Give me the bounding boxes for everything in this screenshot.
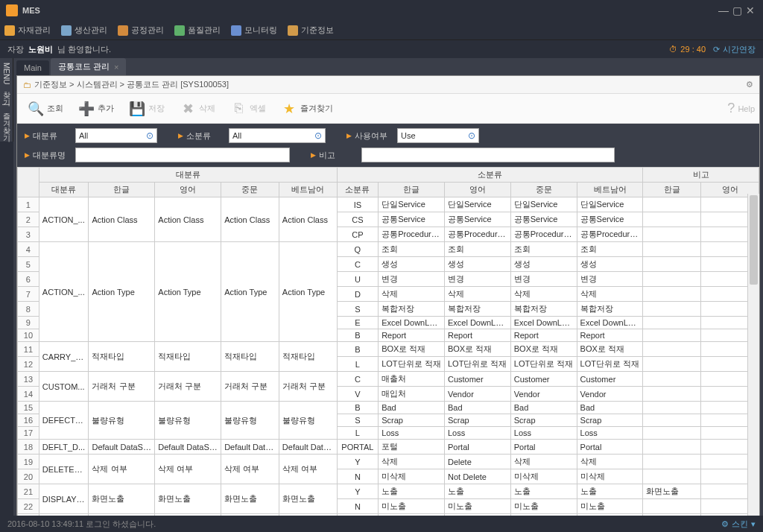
cell: 공통Procedure... (577, 227, 643, 242)
maximize-button[interactable]: ▢ (730, 4, 744, 16)
group-cell: 삭제 여부 (155, 455, 221, 484)
column-header[interactable]: 베트남어 (279, 183, 337, 197)
excel-button[interactable]: ⎘엑셀 (224, 98, 272, 120)
cell: 공통Service (510, 212, 577, 227)
gear-icon[interactable]: ⚙ (746, 80, 753, 89)
cell-subcode: Q (337, 242, 379, 257)
cell: 미노출 (577, 499, 643, 514)
column-header[interactable]: 중문 (221, 183, 279, 197)
column-header[interactable]: 영어 (444, 183, 510, 197)
cell: 포털 (379, 440, 445, 455)
cell: 복합저장 (444, 302, 510, 317)
cell-remark-ko (643, 469, 701, 484)
group-cell: 삭제 여부 (279, 455, 337, 484)
minimize-button[interactable]: — (717, 4, 730, 16)
menu-label: 생산관리 (75, 25, 107, 36)
group-cell: CARRY_T... (39, 342, 89, 372)
group-cell: 불량유형 (279, 402, 337, 440)
column-header[interactable]: 베트남어 (577, 183, 643, 197)
skin-button[interactable]: ⚙ 스킨 ▾ (721, 519, 756, 530)
close-button[interactable]: ✕ (744, 4, 757, 16)
cell-subcode: PORTAL (337, 440, 379, 455)
cell: 노출 (379, 484, 445, 499)
cell: Portal (510, 440, 577, 455)
cell: Loss (379, 427, 445, 440)
menu-icon (174, 25, 185, 36)
menu-item-1[interactable]: 생산관리 (61, 25, 107, 36)
gear-icon: ⚙ (721, 519, 729, 529)
filter-use-label: 사용여부 (355, 130, 387, 142)
filter-major-select[interactable]: All⊙ (75, 128, 157, 143)
cell-subcode: CP (337, 227, 379, 242)
help-button[interactable]: ?Help (727, 101, 755, 116)
cell: 삭제 (444, 287, 510, 302)
table-row[interactable]: 18DEFLT_D...Default DataSo...Default Dat… (18, 440, 759, 455)
cell: 미삭제 (577, 469, 643, 484)
extend-session-button[interactable]: ⟳ 시간연장 (713, 44, 756, 55)
data-grid[interactable]: 대분류 소분류 비고 대분류한글영어중문베트남어소분류한글영어중문베트남어한글영… (17, 167, 759, 532)
cell-subcode: B (337, 329, 379, 342)
filter-use-select[interactable]: Use⊙ (397, 128, 479, 143)
table-row[interactable]: 4ACTION_...Action TypeAction TypeAction … (18, 242, 759, 257)
favorite-button[interactable]: ★즐겨찾기 (275, 98, 339, 120)
search-button[interactable]: 🔍조회 (22, 98, 69, 120)
table-row[interactable]: 1ACTION_...Action ClassAction ClassActio… (18, 197, 759, 212)
menubar: 자재관리생산관리공정관리품질관리모니터링기준정보 (0, 21, 763, 40)
column-header[interactable]: 대분류 (39, 183, 89, 197)
cell: 변경 (379, 272, 445, 287)
table-row[interactable]: 21DISPLAY_...화면노출화면노출화면노출화면노출Y노출노출노출노출화면… (18, 484, 759, 499)
column-header[interactable]: 한글 (643, 183, 701, 197)
column-header[interactable]: 한글 (89, 183, 155, 197)
filter-minor-value: All (232, 131, 241, 140)
vertical-scrollbar[interactable]: ▲ ▼ (747, 194, 759, 532)
cell-remark-ko (643, 357, 701, 372)
tab-main[interactable]: Main (16, 60, 49, 75)
side-panel-tab[interactable]: MENU 찾기 | 즐겨찾기 (0, 58, 13, 142)
cell: 미노출 (510, 499, 577, 514)
column-header[interactable]: 소분류 (337, 183, 379, 197)
filter-minor-select[interactable]: All⊙ (229, 128, 326, 143)
cell: Excel DownLoad (379, 317, 445, 329)
row-number: 10 (18, 329, 39, 342)
cell-remark-ko: 화면노출 (643, 484, 701, 499)
cell: Vendor (444, 387, 510, 402)
menu-icon (4, 25, 15, 36)
scrollbar-thumb[interactable] (750, 195, 758, 285)
menu-item-4[interactable]: 모니터링 (231, 25, 277, 36)
cell-subcode: N (337, 499, 379, 514)
cell: Excel DownLoad (510, 317, 577, 329)
table-row[interactable]: 11CARRY_T...적재타입적재타입적재타입적재타입BBOX로 적재BOX로… (18, 342, 759, 357)
column-header[interactable]: 영어 (155, 183, 221, 197)
table-row[interactable]: 19DELETE_F...삭제 여부삭제 여부삭제 여부삭제 여부Y삭제Dele… (18, 455, 759, 469)
tab-close-icon[interactable]: × (114, 63, 118, 72)
table-row[interactable]: 15DEFECT_T...불량유형불량유형불량유형불량유형BBadBadBadB… (18, 402, 759, 414)
cell: 단일Service (510, 197, 577, 212)
row-number: 8 (18, 302, 39, 317)
column-header[interactable]: 한글 (379, 183, 445, 197)
tab-common-code[interactable]: 공통코드 관리 × (51, 58, 127, 75)
filter-majorname-input[interactable] (75, 148, 290, 162)
user-role: 자장 (7, 44, 24, 55)
menu-item-2[interactable]: 공정관리 (118, 25, 164, 36)
user-greeting: 님 환영합니다. (57, 44, 111, 55)
menu-item-0[interactable]: 자재관리 (4, 25, 51, 36)
cell: Loss (577, 427, 643, 440)
breadcrumb-text: 기준정보 > 시스템관리 > 공통코드 관리 [SYS100053] (34, 79, 229, 90)
cell: Bad (379, 402, 445, 414)
cell-remark-ko (643, 342, 701, 357)
delete-button[interactable]: ✖삭제 (174, 98, 221, 120)
group-cell: Action Class (155, 197, 221, 242)
menu-item-3[interactable]: 품질관리 (174, 25, 221, 36)
table-row[interactable]: 13CUSTOM...거래처 구분거래처 구분거래처 구분거래처 구분C매출처C… (18, 372, 759, 387)
group-cell: Default DataSo... (89, 440, 155, 455)
cell-subcode: N (337, 469, 379, 484)
menu-label: 품질관리 (188, 25, 221, 36)
menu-label: 자재관리 (18, 25, 51, 36)
app-title: MES (22, 6, 717, 15)
filter-note-input[interactable] (361, 148, 615, 162)
add-button[interactable]: ➕추가 (72, 98, 120, 120)
menu-item-5[interactable]: 기준정보 (288, 25, 334, 36)
row-number: 1 (18, 197, 39, 212)
save-button[interactable]: 💾저장 (123, 98, 171, 120)
column-header[interactable]: 중문 (510, 183, 577, 197)
